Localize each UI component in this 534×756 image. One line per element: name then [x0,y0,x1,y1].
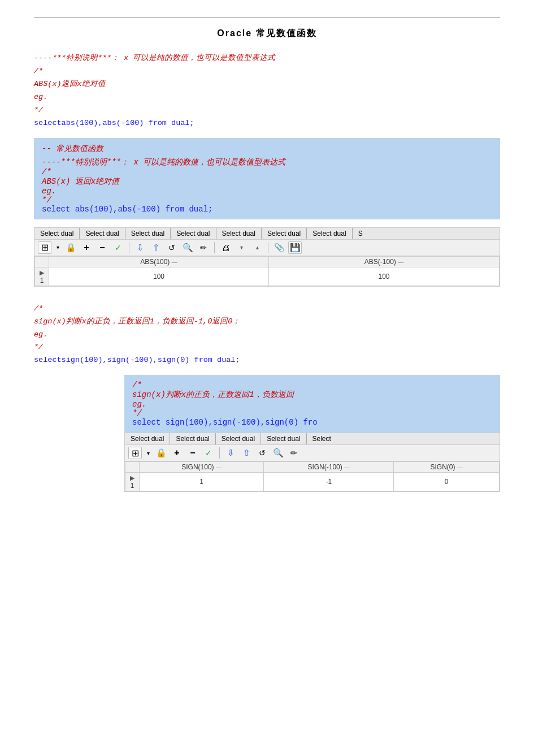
cell-abs-100-val: 100 [269,267,500,286]
sep3 [268,242,268,253]
edit-button[interactable]: ✏ [197,241,210,254]
hl1-close: */ [42,196,492,205]
grid-button[interactable]: ⊞ [38,241,51,254]
th-abs-100: ABS(-100) — [269,256,500,267]
th-sign100: SIGN(100) — [140,462,264,473]
section1-code: ----***特别说明***： x 可以是纯的数值，也可以是数值型表达式 /* … [34,52,500,130]
tab-1-3[interactable]: Select dual [125,228,171,239]
section1-close: */ [34,104,500,117]
top-divider [34,17,500,18]
th2-empty [125,462,140,473]
cell-sign-100-val: -1 [264,473,394,491]
toolbar-2: ⊞ ▾ 🔒 + − ✓ ⇩ ⇧ ↺ 🔍 ✏ [124,445,500,461]
tab-2-3[interactable]: Select dual [216,433,261,444]
hl1-sql: select abs(100),abs(-100) from dual; [42,205,492,214]
cell-abs100-val: 100 [49,267,269,286]
hl2-eg: eg. [132,400,492,409]
sep4 [219,447,220,459]
check-button[interactable]: ✓ [111,241,125,254]
filter-down-button[interactable]: ⇩ [133,241,147,254]
save-button[interactable]: 💾 [288,241,302,254]
tab-1-2[interactable]: Select dual [80,228,125,239]
section1-sql: selectabs(100),abs(-100) from dual; [34,117,500,130]
page-title: Oracle 常见数值函数 [34,28,500,40]
sep2 [214,242,215,253]
th-empty-1 [35,256,49,267]
table-row: ▶ 1 100 100 [35,267,500,286]
hl1-open: /* [42,167,492,176]
tab-2-1[interactable]: Select dual [125,433,170,444]
sort-down-button[interactable]: ▾ [235,241,248,254]
section2-sign-desc: sign(x)判断x的正负，正数返回1，负数返回-1,0返回0； [34,316,500,329]
sort-up-button[interactable]: ▴ [250,241,264,254]
section1-eg: eg. [34,91,500,104]
th-sign0: SIGN(0) — [394,462,500,473]
section2-code: /* sign(x)判断x的正负，正数返回1，负数返回-1,0返回0； eg. … [34,303,500,368]
export-button[interactable]: 📎 [272,241,286,254]
search-button-2[interactable]: 🔍 [271,447,285,459]
filter-down-button-2[interactable]: ⇩ [224,447,237,459]
tab-1-1[interactable]: Select dual [34,228,80,239]
check-button-2[interactable]: ✓ [202,447,215,459]
search-button[interactable]: 🔍 [181,241,194,254]
highlighted-block-2: /* sign(x)判断x的正负，正数返回1，负数返回 eg. */ selec… [124,375,500,433]
sep1 [129,242,129,253]
tab-1-6[interactable]: Select dual [262,228,307,239]
filter-up-button[interactable]: ⇧ [149,241,163,254]
section2-close: */ [34,341,500,354]
th-sign-100: SIGN(-100) — [264,462,394,473]
refresh-button[interactable]: ↺ [165,241,179,254]
cell-sign0-val: 0 [394,473,500,491]
hl2-sign-desc: sign(x)判断x的正负，正数返回1，负数返回 [132,390,492,400]
hl1-abs-desc: ABS(x) 返回x绝对值 [42,176,492,187]
section1-abs-desc: ABS(x)返回x绝对值 [34,78,500,91]
grid-button-2[interactable]: ⊞ [128,447,142,459]
print-button[interactable]: 🖨 [219,241,232,254]
add-button[interactable]: + [80,241,93,254]
page-container: Oracle 常见数值函数 ----***特别说明***： x 可以是纯的数值，… [0,0,534,515]
tabs-row-2: Select dual Select dual Select dual Sele… [124,433,500,445]
data-table-1: ABS(100) — ABS(-100) — ▶ 1 100 100 [34,256,500,286]
section2-open: /* [34,303,500,316]
tab-1-5[interactable]: Select dual [216,228,262,239]
refresh-button-2[interactable]: ↺ [255,447,269,459]
section1-open: /* [34,65,500,78]
tab-2-4[interactable]: Select dual [261,433,306,444]
tabs-row-1: Select dual Select dual Select dual Sele… [34,227,500,240]
tab-2-2[interactable]: Select dual [170,433,215,444]
lock-button[interactable]: 🔒 [64,241,77,254]
hl2-open: /* [132,381,492,390]
toolbar-1: ⊞ ▾ 🔒 + − ✓ ⇩ ⇧ ↺ 🔍 ✏ 🖨 ▾ ▴ 📎 💾 [34,240,500,256]
grid-dropdown[interactable]: ▾ [54,241,62,254]
filter-up-button-2[interactable]: ⇧ [240,447,253,459]
hl1-eg: eg. [42,187,492,196]
gap1 [34,287,500,303]
remove-button[interactable]: − [95,241,109,254]
tab-2-5[interactable]: Select [307,433,337,444]
data-table-1-wrap: ABS(100) — ABS(-100) — ▶ 1 100 100 [34,256,500,287]
tab-1-8[interactable]: S [353,228,368,239]
section2-sql: selectsign(100),sign(-100),sign(0) from … [34,354,500,367]
data-table-2: SIGN(100) — SIGN(-100) — SIGN(0) — ▶ 1 1… [125,461,500,491]
remove-button-2[interactable]: − [186,447,199,459]
table-row: ▶ 1 1 -1 0 [125,473,500,491]
highlighted-block-1: -- 常见数值函数 ----***特别说明***： x 可以是纯的数值，也可以是… [34,138,500,219]
th-abs100: ABS(100) — [49,256,269,267]
tab-1-4[interactable]: Select dual [171,228,216,239]
row-arrow-2: ▶ 1 [125,473,140,491]
hl2-close: */ [132,409,492,418]
hl1-special: ----***特别说明***： x 可以是纯的数值，也可以是数值型表达式 [42,157,492,167]
add-button-2[interactable]: + [170,447,184,459]
hl2-sql: select sign(100),sign(-100),sign(0) fro [132,418,492,427]
section2-eg: eg. [34,329,500,342]
indented-panel-2: /* sign(x)判断x的正负，正数返回1，负数返回 eg. */ selec… [124,375,500,492]
lock-button-2[interactable]: 🔒 [154,447,168,459]
edit-button-2[interactable]: ✏ [287,447,301,459]
data-table-2-wrap: SIGN(100) — SIGN(-100) — SIGN(0) — ▶ 1 1… [124,461,500,492]
hl1-header: -- 常见数值函数 [42,144,492,154]
tab-1-7[interactable]: Select dual [307,228,352,239]
section1-special: ----***特别说明***： x 可以是纯的数值，也可以是数值型表达式 [34,52,500,65]
cell-sign100-val: 1 [140,473,264,491]
grid-dropdown-2[interactable]: ▾ [144,447,152,459]
row-arrow-1: ▶ 1 [35,267,49,286]
